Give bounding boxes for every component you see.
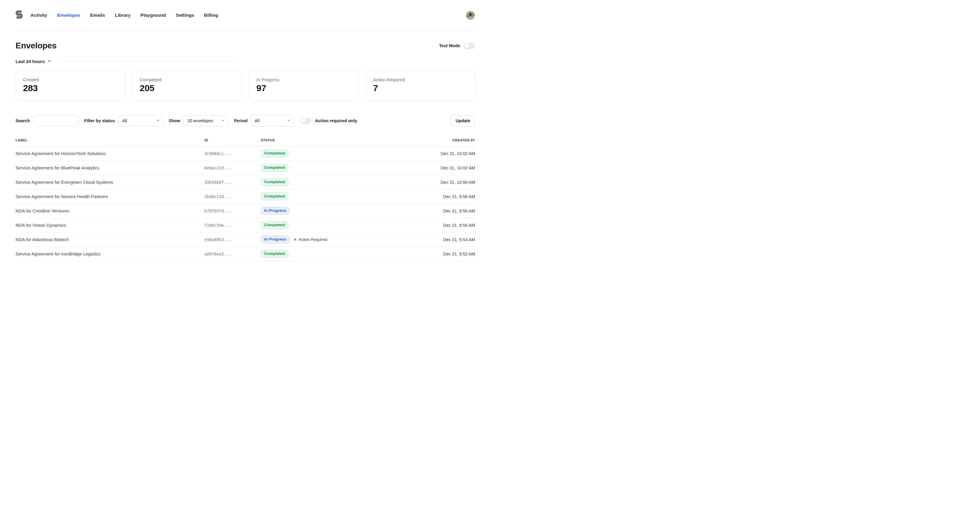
toggle-knob <box>464 43 469 48</box>
stat-card: Completed 205 <box>132 70 242 101</box>
status-badge: Completed <box>261 164 288 172</box>
nav-item-emails[interactable]: Emails <box>90 13 105 18</box>
envelope-label: Service Agreement for HorizonTech Soluti… <box>16 151 204 156</box>
action-required-toggle[interactable] <box>301 118 311 124</box>
stat-card-label: In Progress <box>256 77 351 82</box>
envelope-id: 6e6ac219... <box>204 165 261 170</box>
status-badge: In Progress <box>261 207 290 215</box>
stat-card: Created 283 <box>16 70 125 101</box>
status-filter-label: Filter by status <box>84 118 115 123</box>
action-required-filter: Action required only <box>301 118 357 124</box>
envelope-status-cell: In Progress <box>261 207 406 215</box>
stat-card-label: Created <box>23 77 118 82</box>
time-range-dropdown[interactable]: Last 24 hours <box>16 59 51 64</box>
show-count-value: 20 envelopes <box>187 118 213 123</box>
table-row[interactable]: NDA for Crestline Ventures b797b5fd... I… <box>16 204 475 218</box>
table-row[interactable]: Service Agreement for BluePeak Analytics… <box>16 161 475 175</box>
envelope-status-cell: Completed <box>261 192 406 200</box>
test-mode: Test Mode <box>439 43 475 49</box>
stat-card-value: 97 <box>256 83 351 93</box>
brand-logo[interactable] <box>16 10 23 21</box>
status-filter-value: All <box>122 118 127 123</box>
avatar[interactable] <box>466 11 475 20</box>
update-button[interactable]: Update <box>451 115 475 126</box>
status-badge: Completed <box>261 250 288 258</box>
stat-card-label: Action Required <box>373 77 468 82</box>
period-label: Period <box>234 118 247 123</box>
nav-item-playground[interactable]: Playground <box>140 13 166 18</box>
envelope-id: e5da4853... <box>204 237 261 242</box>
divider <box>59 61 237 62</box>
table-row[interactable]: NDA for Vireon Dynamics f2d9c59e... Comp… <box>16 218 475 232</box>
envelope-id: 3c968dcc... <box>204 151 261 156</box>
envelope-created-at: Dec 31, 10:02 AM <box>406 151 475 156</box>
envelope-id: a8976ea2... <box>204 251 261 256</box>
nav-item-settings[interactable]: Settings <box>176 13 194 18</box>
table-row[interactable]: Service Agreement for Evergreen Cloud Sy… <box>16 175 475 189</box>
stat-card-label: Completed <box>140 77 235 82</box>
nav-item-billing[interactable]: Billing <box>204 13 218 18</box>
nav-items: Activity Envelopes Emails Library Playgr… <box>30 13 218 18</box>
status-filter-select[interactable]: All <box>118 115 164 126</box>
test-mode-label: Test Mode <box>439 43 460 48</box>
nav-item-activity[interactable]: Activity <box>30 13 47 18</box>
envelope-created-at: Dec 31, 9:55 AM <box>406 223 475 228</box>
table-body: Service Agreement for HorizonTech Soluti… <box>16 146 475 262</box>
period-row: Last 24 hours <box>16 59 475 64</box>
envelope-created-at: Dec 31, 9:54 AM <box>406 237 475 242</box>
envelope-status-cell: Completed <box>261 178 406 186</box>
table-row[interactable]: Service Agreement for IronBridge Logisti… <box>16 247 475 261</box>
column-header-label: LABEL <box>16 138 204 142</box>
striped-s-logo-icon <box>16 10 23 21</box>
envelope-label: Service Agreement for Nexora Health Part… <box>16 194 204 199</box>
table-row[interactable]: Completed <box>16 261 475 262</box>
envelope-created-at: Dec 31, 9:52 AM <box>406 251 475 256</box>
stat-card: In Progress 97 <box>249 70 358 101</box>
envelope-status-cell: In Progress Action Required <box>261 235 406 243</box>
show-label: Show <box>169 118 180 123</box>
column-header-id: ID <box>204 138 261 142</box>
envelope-label: NDA for AtlasNova Biotech <box>16 237 204 242</box>
search-input[interactable] <box>33 115 79 126</box>
envelope-created-at: Dec 31, 10:00 AM <box>406 180 475 185</box>
toggle-knob <box>301 118 306 123</box>
period-select[interactable]: All <box>251 115 294 126</box>
status-badge: Completed <box>261 221 288 229</box>
status-badge: Completed <box>261 150 288 157</box>
envelope-status-cell: Completed <box>261 164 406 172</box>
envelope-status-cell: Completed <box>261 221 406 229</box>
chevron-down-icon <box>156 118 160 123</box>
show-count-select[interactable]: 20 envelopes <box>183 115 229 126</box>
nav-item-library[interactable]: Library <box>115 13 131 18</box>
status-badge: Completed <box>261 192 288 200</box>
stat-card-value: 7 <box>373 83 468 93</box>
envelope-id: b797b5fd... <box>204 208 261 213</box>
table-row[interactable]: NDA for AtlasNova Biotech e5da4853... In… <box>16 232 475 247</box>
envelope-status-cell: Completed <box>261 250 406 258</box>
period-value: All <box>255 118 259 123</box>
envelopes-table: LABEL ID STATUS CREATED AT Service Agree… <box>16 138 475 262</box>
search-label: Search <box>16 118 30 123</box>
table-row[interactable]: Service Agreement for Nexora Health Part… <box>16 189 475 204</box>
envelope-label: NDA for Vireon Dynamics <box>16 223 204 228</box>
nav-item-envelopes[interactable]: Envelopes <box>57 13 80 18</box>
envelope-label: Service Agreement for BluePeak Analytics <box>16 165 204 170</box>
page-title: Envelopes <box>16 41 56 51</box>
test-mode-toggle[interactable] <box>464 43 475 49</box>
table-header: LABEL ID STATUS CREATED AT <box>16 138 475 146</box>
title-row: Envelopes Test Mode <box>16 41 475 51</box>
action-required-dot-icon <box>294 239 296 240</box>
envelope-label: Service Agreement for Evergreen Cloud Sy… <box>16 180 204 185</box>
time-range-value: Last 24 hours <box>16 59 45 64</box>
envelope-id: 2b40c12d... <box>204 194 261 199</box>
action-required-indicator: Action Required <box>294 237 327 242</box>
stat-cards: Created 283 Completed 205 In Progress 97… <box>16 70 475 101</box>
top-nav: Activity Envelopes Emails Library Playgr… <box>16 0 475 31</box>
envelopes-page: Activity Envelopes Emails Library Playgr… <box>0 0 490 262</box>
chevron-down-icon <box>48 59 51 64</box>
envelope-id: 35b54b0f... <box>204 180 261 185</box>
table-row[interactable]: Service Agreement for HorizonTech Soluti… <box>16 146 475 161</box>
action-required-text: Action Required <box>299 237 327 242</box>
chevron-down-icon <box>221 118 225 123</box>
stat-card: Action Required 7 <box>366 70 476 101</box>
